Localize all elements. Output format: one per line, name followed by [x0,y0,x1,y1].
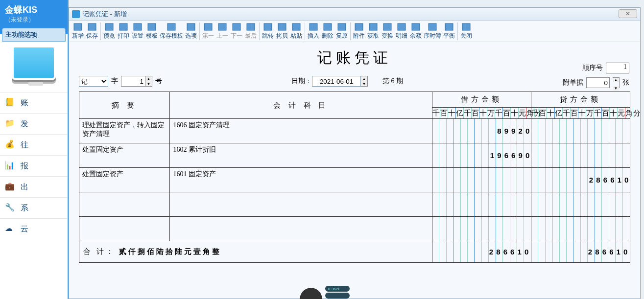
summary-cell[interactable]: 处置固定资产 [79,168,170,192]
seq-label: 顺序号 [582,64,603,72]
sidebar-item-3[interactable]: 📊报 [0,155,68,176]
voucher-type-select[interactable]: 记 [79,76,108,87]
app-title: 金蝶KIS [0,0,68,16]
insert-button[interactable]: 插入 [307,22,320,41]
zi-label: 字 [111,77,118,86]
subject-cell[interactable]: 1606 固定资产清理 [170,119,432,143]
sidebar-item-2[interactable]: 💰往 [0,134,68,155]
balance2-button[interactable]: 平衡 [442,22,456,41]
sidebar-icon: 📊 [5,161,17,171]
total-text: 贰仟捌佰陆拾陆元壹角整 [119,248,221,255]
total-cell: 合 计： 贰仟捌佰陆拾陆元壹角整 [79,241,432,263]
attach-button[interactable]: 附件 [352,22,366,41]
credit-cell[interactable] [531,192,630,217]
print-button[interactable]: 打印 [117,22,130,41]
attach-icon [354,23,364,31]
seq-value: 1 [606,63,629,73]
sidebar-item-0[interactable]: 📒账 [0,92,68,113]
subject-cell[interactable] [170,217,432,241]
debit-cell[interactable]: 89920 [432,119,531,143]
subject-cell[interactable]: 1601 固定资产 [170,168,432,192]
attach-spinner[interactable]: ▲▼ [613,77,620,88]
app-icon [72,10,80,18]
date-spinner[interactable]: ▲▼ [361,76,368,87]
voucher-no-input[interactable] [121,76,145,87]
close-icon[interactable]: ✕ [619,9,637,18]
total-debit: 286610 [432,241,531,263]
svg-rect-5 [148,23,156,30]
save-template-button[interactable]: 保存模板 [159,22,184,41]
entry-row[interactable]: 理处置固定资产，转入固定资产清理1606 固定资产清理89920 [79,119,630,143]
speed-up: 0.3K/s [325,286,350,292]
credit-cell[interactable] [531,119,630,143]
svg-rect-20 [383,23,391,30]
copy-icon [277,23,287,31]
new-icon [73,23,83,31]
network-widget: 0.3K/s [299,285,350,299]
debit-cell[interactable] [432,192,531,217]
copy-button[interactable]: 拷贝 [275,22,289,41]
debit-cell[interactable] [432,217,531,241]
attach-input[interactable] [586,77,610,88]
paste-button[interactable]: 粘贴 [289,22,303,41]
summary-cell[interactable]: 处置固定资产 [79,143,170,168]
preview-button[interactable]: 预览 [102,22,116,41]
svg-rect-24 [445,23,453,30]
new-button[interactable]: 新增 [71,22,85,41]
fetch-button[interactable]: 获取 [366,22,380,41]
sidebar-item-6[interactable]: ☁云 [0,218,68,239]
svg-rect-13 [278,23,286,30]
last-icon [246,23,256,31]
close-icon [461,23,471,31]
fetch-icon [368,23,378,31]
no-spinner[interactable]: ▲▼ [145,76,152,87]
svg-rect-22 [412,23,420,30]
debit-cell[interactable] [432,168,531,192]
svg-rect-7 [187,23,195,30]
subject-cell[interactable]: 1602 累计折旧 [170,143,432,168]
svg-rect-1 [88,23,96,30]
delete-button[interactable]: 删除 [321,22,334,41]
svg-rect-19 [369,23,377,30]
options-button[interactable]: 选项 [184,22,198,41]
sidebar-item-1[interactable]: 📁发 [0,113,68,134]
entry-row[interactable]: 处置固定资产1601 固定资产286610 [79,168,630,192]
sidebar-icon: ☁ [5,224,17,234]
main-function-tab[interactable]: 主功能选项 [2,28,66,42]
sidebar-item-4[interactable]: 💼出 [0,176,68,197]
entry-row[interactable] [79,192,630,217]
detail-button[interactable]: 明细 [395,22,408,41]
restore-button[interactable]: 复原 [335,22,349,41]
credit-cell[interactable] [531,217,630,241]
credit-cell[interactable] [531,143,630,168]
entry-row[interactable] [79,217,630,241]
voucher-window: 记账凭证 - 新增 ✕ 新增保存预览打印设置模板保存模板选项第一上一下一最后跳转… [69,7,641,299]
setup-button[interactable]: 设置 [131,22,144,41]
entry-row[interactable]: 处置固定资产1602 累计折旧196690 [79,143,630,168]
save-button[interactable]: 保存 [85,22,99,41]
save-icon [87,23,97,31]
credit-cell[interactable]: 286610 [531,168,630,192]
svg-rect-8 [204,23,212,30]
prev-button: 上一 [215,22,229,41]
svg-rect-3 [119,23,127,30]
svg-rect-11 [247,23,255,30]
transform-button[interactable]: 变换 [381,22,394,41]
template-icon [147,23,157,31]
subject-cell[interactable] [170,192,432,217]
close-button[interactable]: 关闭 [459,22,473,41]
sidebar-item-5[interactable]: 🔧系 [0,197,68,218]
summary-cell[interactable] [79,192,170,217]
save-template-icon [167,23,176,31]
balance-button[interactable]: 余额 [409,22,423,41]
date-label: 日期： [291,77,312,86]
debit-cell[interactable]: 196690 [432,143,531,168]
summary-cell[interactable]: 理处置固定资产，转入固定资产清理 [79,119,170,143]
goto-button[interactable]: 跳转 [261,22,275,41]
summary-cell[interactable] [79,217,170,241]
date-input[interactable] [312,76,361,87]
speed-down [325,293,350,299]
template-button[interactable]: 模板 [145,22,159,41]
journal-button[interactable]: 序时簿 [423,22,442,41]
col-subject: 会 计 科 目 [170,92,432,119]
